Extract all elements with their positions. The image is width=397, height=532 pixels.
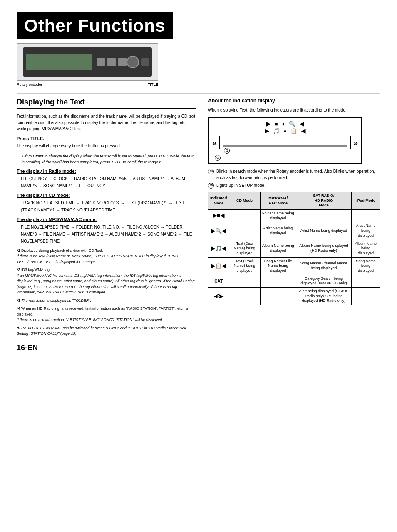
body-text: Text information, such as the disc name … [17, 113, 196, 132]
section-title: Displaying the Text [17, 98, 196, 109]
page-header: Other Functions Rotary encoder TITLE [17, 12, 380, 87]
indication-desc: When displaying Text, the following indi… [208, 107, 380, 113]
mp3-cell-3: Album Name being displayed [260, 240, 296, 257]
rotary-encoder-label: Rotary encoder [17, 82, 42, 87]
device-labels: Rotary encoder TITLE [17, 82, 158, 87]
cd-cell-2: — [229, 222, 260, 240]
sat-cell-5: Category Search being displayed (XM/SIRI… [296, 275, 351, 287]
cd-cell-1: — [229, 210, 260, 222]
cd-cell-6: — [229, 288, 260, 305]
diag-screen-bar [223, 145, 347, 147]
title-word: TITLE [30, 136, 43, 141]
ipod-cell-4: Song Name being displayed [351, 257, 380, 275]
ipod-cell-6: — [351, 288, 380, 305]
footnote-2: *2 ID3 tag/WMA tag If an MP3/WMA/AAC fil… [17, 267, 196, 296]
icon-cell-5: CAT [208, 275, 229, 287]
col-header-ipod: iPod Mode [351, 192, 380, 210]
ipod-cell-2: Artist Name being displayed [351, 222, 380, 240]
diag-left-arrows: « [212, 138, 217, 147]
table-row: CAT — — Category Search being displayed … [208, 275, 380, 287]
footnote-3: *3 The root folder is displayed as "FOLD… [17, 298, 196, 304]
press-title-heading: Press TITLE. [17, 136, 196, 141]
table-row: ▶📋◀ Text (Track Name) being displayed So… [208, 257, 380, 275]
mp3-mode-title: The display in MP3/WMA/AAC mode: [17, 217, 196, 222]
footnote-4: *4 When an HD Radio signal is received, … [17, 306, 196, 323]
ipod-cell-5: — [351, 275, 380, 287]
indication-title: About the indication display [208, 98, 380, 104]
mp3-cell-4: Song Name/ File Name being displayed [260, 257, 296, 275]
col-header-mode: Indicator/Mode [208, 192, 229, 210]
icon-cell-2: ▶🔍◀ [208, 222, 229, 240]
ipod-cell-1: — [351, 210, 380, 222]
mp3-cell-5: — [260, 275, 296, 287]
notes-list: ① Blinks in search mode when the Rotary … [208, 168, 380, 189]
diag-icons-row2: ▶ 🎵 ♦ 📋 ◀ [211, 128, 359, 134]
ipod-cell-3: Album Name being displayed [351, 240, 380, 257]
icon-cell-6: ◀R▶ [208, 288, 229, 305]
table-row: ◀R▶ — — Alert being displayed (SIRIUS Ra… [208, 288, 380, 305]
note-item-2: ② Lights up in SETUP mode. [208, 182, 380, 189]
mp3-cell-2: Artist Name being displayed [260, 222, 296, 240]
diag-circle1: ① [224, 148, 230, 154]
radio-mode-title: The display in Radio mode: [17, 169, 196, 174]
diag-main-row: « ① » [211, 136, 359, 149]
table-row: ▶■◀ — Folder Name being displayed — — [208, 210, 380, 222]
icon-cell-1: ▶■◀ [208, 210, 229, 222]
press-title-desc: The display will change every time the b… [17, 143, 196, 149]
cd-cell-5: — [229, 275, 260, 287]
display-diagram: ▶ ■ ♦ 🔍 ◀ ▶ 🎵 ♦ 📋 ◀ « [208, 117, 362, 164]
sat-cell-6: Alert being displayed (SIRIUS Radio only… [296, 288, 351, 305]
mp3-cell-1: Folder Name being displayed [260, 210, 296, 222]
radio-mode-flow: FREQUENCY → CLOCK → RADIO STATION NAME*4… [21, 175, 196, 189]
sat-cell-1: — [296, 210, 351, 222]
footnote-5: *5 RADIO STATION NAME can be switched be… [17, 326, 196, 337]
device-image [17, 43, 158, 81]
indicator-table: Indicator/Mode CD Mode MP3/WMA/AAC Mode … [208, 192, 380, 305]
note-item-1: ① Blinks in search mode when the Rotary … [208, 168, 380, 181]
cd-mode-title: The display in CD mode: [17, 193, 196, 198]
cd-mode-flow: TRACK NO./ELAPSED TIME → TRACK NO./CLOCK… [21, 199, 196, 214]
icon-cell-4: ▶📋◀ [208, 257, 229, 275]
footnote-1: *1 Displayed during playback of a disc w… [17, 248, 196, 265]
mp3-mode-flow: FILE NO./ELAPSED TIME → FOLDER NO./FILE … [21, 224, 196, 245]
table-row: ▶🔍◀ — Artist Name being displayed Artist… [208, 222, 380, 240]
footnotes: *1 Displayed during playback of a disc w… [17, 248, 196, 337]
diag-icons-row1: ▶ ■ ♦ 🔍 ◀ [211, 121, 359, 127]
col-header-sat: SAT RADIO/HD RADIOMode [296, 192, 351, 210]
sat-cell-4: Song Name/ Channel Name being displayed [296, 257, 351, 275]
sat-cell-2: Artist Name being displayed [296, 222, 351, 240]
col-header-cd: CD Mode [229, 192, 260, 210]
mp3-cell-6: — [260, 288, 296, 305]
diag-circle2-row: ② [211, 155, 359, 161]
sat-cell-3: Album Name being displayed (HD Radio onl… [296, 240, 351, 257]
page-title: Other Functions [17, 12, 173, 39]
page-number: 16-EN [17, 343, 196, 352]
col-header-mp3: MP3/WMA/AAC Mode [260, 192, 296, 210]
icon-cell-3: ▶🎵◀ [208, 240, 229, 257]
bullet-item: • If you want to change the display when… [22, 153, 196, 165]
table-row: ▶🎵◀ Text (Disc Name) being displayed Alb… [208, 240, 380, 257]
right-column: About the indication display When displa… [208, 98, 380, 352]
title-label: TITLE [148, 82, 158, 87]
cd-cell-3: Text (Disc Name) being displayed [229, 240, 260, 257]
diag-screen: ① [219, 136, 351, 149]
left-column: Displaying the Text Text information, su… [17, 98, 196, 352]
diag-right-arrows: » [353, 138, 358, 147]
cd-cell-4: Text (Track Name) being displayed [229, 257, 260, 275]
page-container: Other Functions Rotary encoder TITLE [17, 12, 380, 352]
